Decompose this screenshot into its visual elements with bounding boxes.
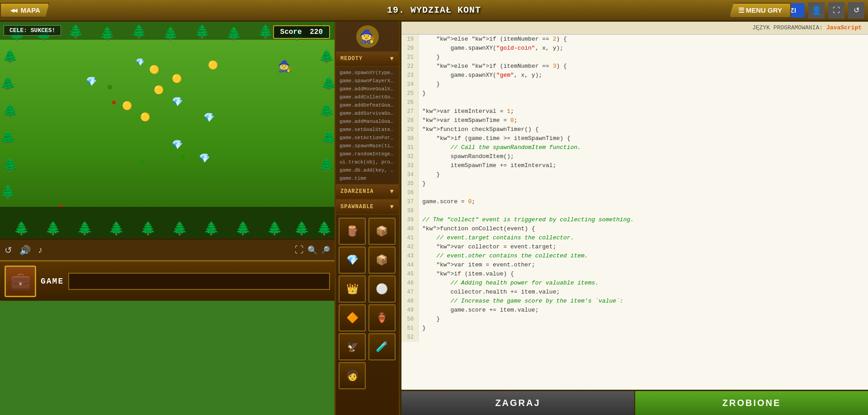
- line-content: "kw">else "kw">if (itemNumber == 2) {: [419, 35, 567, 44]
- spawnable-item[interactable]: 🧪: [368, 333, 396, 360]
- line-content: "kw">else "kw">if (itemNumber == 3) {: [419, 62, 567, 71]
- events-chevron-icon: ▼: [390, 188, 394, 195]
- tree-icon: 🌲: [194, 24, 210, 39]
- method-list: game.spawnXY(type,...game.spawnPlayerX..…: [336, 67, 399, 184]
- line-content: "kw">var itemInterval = 1;: [419, 107, 514, 116]
- method-item[interactable]: game.spawnPlayerX...: [336, 77, 399, 85]
- tree-icon: 🌲: [0, 130, 16, 145]
- refresh-button[interactable]: ↺: [5, 245, 12, 256]
- tree-icon: 🌲: [2, 157, 18, 173]
- spawnable-item[interactable]: 🏺: [368, 304, 396, 331]
- tree-icon: 🌲: [226, 26, 242, 42]
- code-panel: JĘZYK PROGRAMOWANIA: JavaScript 19 "kw">…: [400, 22, 868, 415]
- method-item[interactable]: game.setActionFor...: [336, 134, 399, 142]
- code-line: 22 "kw">else "kw">if (itemNumber == 3) {: [401, 62, 868, 71]
- game-label: GAME: [41, 277, 64, 286]
- player-icon: 🧙: [278, 60, 292, 73]
- spawnable-item[interactable]: 👑: [339, 275, 366, 303]
- tree-icon: 🌲: [203, 221, 219, 236]
- line-number: 44: [401, 261, 419, 270]
- game-canvas[interactable]: Score 220 CELE: SUKCES! 🌲 🌲 🌲 🌲 🌲 🌲 🌲 🌲 …: [0, 22, 335, 238]
- sound-button[interactable]: 🔊: [19, 245, 31, 256]
- line-number: 26: [401, 98, 419, 107]
- method-item[interactable]: game.addSurvivaGo...: [336, 109, 399, 117]
- line-number: 25: [401, 89, 419, 98]
- method-item[interactable]: game.addManualGoa...: [336, 117, 399, 126]
- line-number: 46: [401, 279, 419, 288]
- inventory-chest[interactable]: 💼: [5, 266, 36, 297]
- expand-icon-button[interactable]: ⛶: [828, 2, 844, 19]
- code-line: 37game.score = 0;: [401, 197, 868, 206]
- line-content: // The "collect" event is triggered by c…: [419, 215, 634, 224]
- code-line: 25}: [401, 89, 868, 98]
- method-item[interactable]: game.addMoveGoalX...: [336, 85, 399, 93]
- spawnable-item[interactable]: 📦: [368, 218, 396, 245]
- method-item[interactable]: game.spawnMaze(ti...: [336, 142, 399, 150]
- menu-button[interactable]: ☰ MENU GRY: [729, 3, 791, 18]
- code-line: 45 "kw">if (item.value) {: [401, 270, 868, 279]
- tree-icon: 🌲: [68, 24, 84, 39]
- fullscreen-button[interactable]: ⛶: [295, 245, 304, 255]
- method-item[interactable]: ui.track(obj, pro...: [336, 158, 399, 166]
- refresh-icon-button[interactable]: ↺: [848, 2, 864, 19]
- zoom-out-button[interactable]: 🔎: [321, 245, 330, 255]
- line-content: game.spawnXY("gold-coin", x, y);: [419, 44, 563, 53]
- spawnable-item[interactable]: 🦅: [339, 333, 366, 360]
- tree-icon: 🌲: [2, 49, 18, 64]
- events-header[interactable]: ZDARZENIA ▼: [336, 184, 399, 200]
- line-number: 31: [401, 143, 419, 152]
- method-item[interactable]: game.setGoalState...: [336, 126, 399, 134]
- spawnable-item[interactable]: 🪵: [339, 218, 366, 245]
- tree-icon: 🌲: [321, 130, 335, 145]
- code-line: 31 // Call the spawnRandomItem function.: [401, 143, 868, 152]
- code-line: 52: [401, 333, 868, 342]
- spawnable-item[interactable]: 🧑: [339, 362, 366, 389]
- method-item[interactable]: game.db.add(key, ...: [336, 166, 399, 174]
- tree-icon: 🌲: [99, 26, 115, 42]
- method-item[interactable]: game.addDefeatGoa...: [336, 101, 399, 109]
- score-bar: Score 220: [273, 25, 330, 39]
- spawnable-item[interactable]: 💎: [339, 247, 366, 274]
- zoom-controls: ⛶ 🔍 🔎: [295, 245, 330, 255]
- language-value: JavaScript: [826, 24, 862, 31]
- spawnable-item[interactable]: 🔶: [339, 304, 366, 331]
- method-item[interactable]: game.spawnXY(type,...: [336, 69, 399, 77]
- line-number: 52: [401, 333, 419, 342]
- line-number: 49: [401, 306, 419, 315]
- code-header: JĘZYK PROGRAMOWANIA: JavaScript: [401, 22, 868, 35]
- spawnable-item[interactable]: 📦: [368, 247, 396, 274]
- game-area: Score 220 CELE: SUKCES! 🌲 🌲 🌲 🌲 🌲 🌲 🌲 🌲 …: [0, 22, 335, 415]
- tree-icon: 🌲: [14, 221, 29, 236]
- map-button[interactable]: ◄ ◄ MAPA: [0, 3, 49, 18]
- line-content: // Increase the game score by the item's…: [419, 297, 623, 306]
- user-icon-button[interactable]: 👤: [808, 2, 825, 19]
- zoom-in-button[interactable]: 🔍: [307, 245, 317, 255]
- spawnable-header[interactable]: SPAWNABLE ▼: [336, 200, 399, 215]
- inventory-input[interactable]: [68, 273, 330, 290]
- code-line: 21 }: [401, 53, 868, 62]
- done-button[interactable]: ZROBIONE: [635, 391, 868, 415]
- spawnable-item[interactable]: ⚪: [368, 275, 396, 303]
- spawnable-grid: 🪵 📦 💎 📦 👑 ⚪ 🔶 🏺 🦅 🧪 🧑: [336, 215, 399, 392]
- music-button[interactable]: ♪: [38, 245, 42, 255]
- method-item[interactable]: game.addCollectGo...: [336, 93, 399, 101]
- methods-header[interactable]: MEDOTY ▼: [336, 51, 399, 67]
- line-number: 24: [401, 80, 419, 89]
- play-button[interactable]: ZAGRAJ: [401, 391, 635, 415]
- code-editor[interactable]: 19 "kw">else "kw">if (itemNumber == 2) {…: [401, 35, 868, 390]
- code-line: 32 spawnRandomItem();: [401, 152, 868, 161]
- line-content: }: [419, 324, 426, 333]
- line-content: collector.health += item.value;: [419, 288, 560, 297]
- line-content: game.score += item.value;: [419, 306, 538, 315]
- code-line: 27"kw">var itemInterval = 1;: [401, 107, 868, 116]
- line-number: 29: [401, 125, 419, 134]
- tree-icon: 🌲: [319, 49, 335, 64]
- tree-icon: 🌲: [45, 221, 61, 236]
- code-line: 33 itemSpawnTime += itemInterval;: [401, 161, 868, 170]
- line-content: game.spawnXY("gem", x, y);: [419, 71, 542, 80]
- map-label: ◄ MAPA: [12, 6, 40, 14]
- method-item[interactable]: game.time: [336, 174, 399, 182]
- method-item[interactable]: game.randomIntege...: [336, 150, 399, 158]
- line-number: 22: [401, 62, 419, 71]
- code-line: 47 collector.health += item.value;: [401, 288, 868, 297]
